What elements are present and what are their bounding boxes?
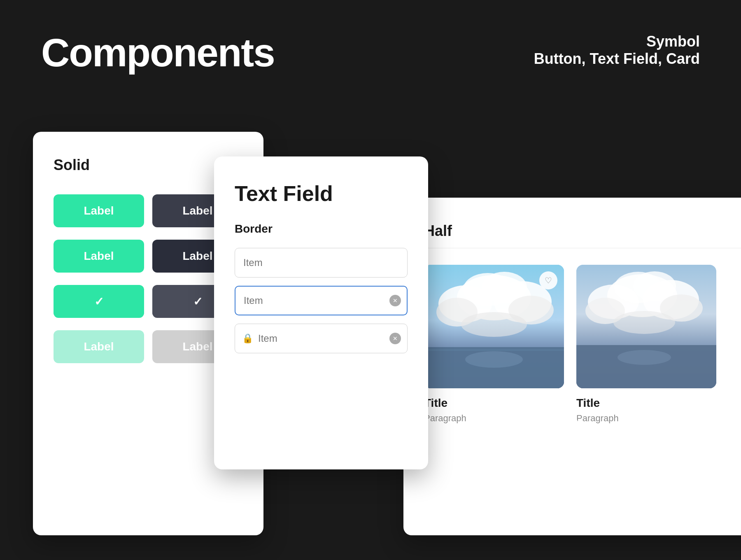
cards-area: Solid Label Label Label Label ✓ (33, 132, 741, 560)
media-card-1: ♡ Title Paragraph (424, 265, 564, 424)
active-text-input[interactable] (235, 286, 408, 315)
locked-input-wrapper: 🔒 ✕ (235, 324, 408, 353)
green-label-button-2[interactable]: Label (54, 240, 144, 273)
default-text-input[interactable] (235, 248, 408, 278)
heart-icon: ♡ (545, 275, 552, 285)
svg-point-24 (618, 350, 671, 365)
svg-point-22 (613, 311, 675, 334)
card-info-1: Title Paragraph (424, 388, 564, 424)
page-header: Components Symbol Button, Text Field, Ca… (0, 0, 741, 97)
clear-button-active[interactable]: ✕ (389, 295, 401, 306)
card-info-2: Title Paragraph (576, 388, 716, 424)
default-input-wrapper (235, 248, 408, 278)
types-label: Button, Text Field, Card (534, 50, 700, 68)
green-label-button-1[interactable]: Label (54, 194, 144, 227)
svg-point-19 (633, 271, 676, 301)
lock-icon: 🔒 (242, 333, 253, 344)
textfield-section-label: Border (235, 222, 408, 236)
card-image-2 (576, 265, 716, 388)
page-title: Components (41, 33, 275, 72)
card-title-1: Title (424, 397, 564, 410)
svg-point-10 (461, 312, 527, 337)
header-subtitle: Symbol Button, Text Field, Card (534, 33, 700, 68)
svg-point-12 (465, 351, 523, 368)
card-image-1: ♡ (424, 265, 564, 388)
active-input-wrapper: ✕ (235, 286, 408, 315)
card-panel-title: Half (424, 222, 741, 248)
media-card-2: Title Paragraph (576, 265, 716, 424)
green-light-button[interactable]: Label (54, 330, 144, 363)
checkmark-icon-dark: ✓ (193, 295, 203, 308)
locked-text-input[interactable] (235, 324, 408, 353)
card-title-2: Title (576, 397, 716, 410)
heart-button-1[interactable]: ♡ (539, 271, 557, 289)
textfield-panel: Text Field Border ✕ 🔒 ✕ (214, 156, 428, 469)
textfield-panel-title: Text Field (235, 181, 408, 206)
checkmark-icon: ✓ (94, 295, 104, 308)
symbol-label: Symbol (534, 33, 700, 50)
cards-grid: ♡ Title Paragraph (424, 265, 741, 424)
green-check-button[interactable]: ✓ (54, 285, 144, 318)
card-panel: Half (403, 198, 741, 535)
clear-button-locked[interactable]: ✕ (389, 333, 401, 344)
card-paragraph-1: Paragraph (424, 413, 564, 424)
card-paragraph-2: Paragraph (576, 413, 716, 424)
